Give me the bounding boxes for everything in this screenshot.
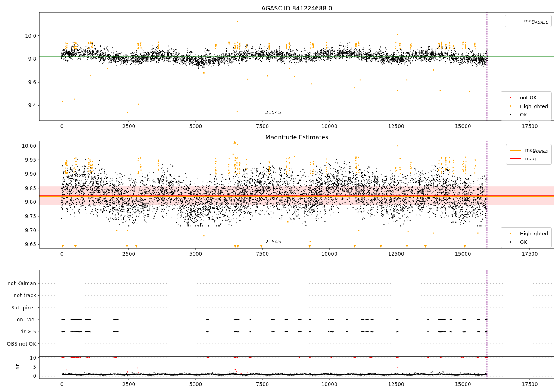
y-tick-label: 9.4 bbox=[5, 103, 36, 108]
y-tick-label: 9.90 bbox=[5, 171, 36, 177]
y-tick-label: 9.85 bbox=[5, 186, 36, 191]
category-tick-label: OBS not OK bbox=[5, 341, 36, 347]
y-tick-label: 9.70 bbox=[5, 228, 36, 233]
legend-label: Highlighted bbox=[520, 103, 548, 109]
y-tick-label: 10.0 bbox=[5, 33, 36, 39]
x-tick-label: 12500 bbox=[388, 382, 404, 387]
ok-dot-swatch bbox=[510, 114, 511, 115]
highlighted-dot-swatch bbox=[510, 105, 511, 107]
legend-point-status-plot2: Highlighted OK bbox=[501, 227, 552, 248]
legend-label: mag bbox=[525, 156, 536, 162]
mag-agasc-line-swatch bbox=[509, 21, 520, 21]
x-tick-label: 0 bbox=[60, 124, 64, 129]
x-tick-label: 10000 bbox=[321, 124, 337, 129]
x-tick-label: 17500 bbox=[522, 251, 538, 257]
dr-tick-label: 10 bbox=[5, 355, 36, 361]
legend-label-main: mag bbox=[525, 147, 536, 153]
x-tick-label: 15000 bbox=[455, 124, 471, 129]
plot2-title: Magnitude Estimates bbox=[265, 134, 329, 141]
x-tick-label: 5000 bbox=[189, 251, 202, 257]
legend-entry-ok: OK bbox=[504, 238, 548, 246]
category-tick-label: dr > 5 bbox=[5, 329, 36, 335]
x-tick-label: 12500 bbox=[388, 251, 404, 257]
y-tick-label: 10.00 bbox=[5, 143, 36, 149]
legend-label: not OK bbox=[520, 95, 536, 100]
dr-axis-label: dr bbox=[15, 364, 21, 370]
legend-entry-highlighted: Highlighted bbox=[504, 230, 548, 237]
legend-handle bbox=[508, 21, 521, 21]
x-tick-label: 10000 bbox=[321, 251, 337, 257]
legend-handle bbox=[509, 150, 522, 151]
x-tick-label: 15000 bbox=[455, 251, 471, 257]
x-tick-label: 17500 bbox=[522, 124, 538, 129]
legend-label-sub: AGASC bbox=[535, 20, 548, 24]
x-tick-label: 15000 bbox=[455, 382, 471, 387]
legend-entry-highlighted: Highlighted bbox=[504, 102, 548, 110]
legend-mag-agasc: magAGASC bbox=[505, 15, 552, 27]
figure: 0250050007500100001250015000175000250050… bbox=[0, 0, 560, 392]
mag-obsid-line-swatch bbox=[510, 150, 521, 151]
axes-spines bbox=[39, 141, 554, 248]
x-tick-label: 7500 bbox=[256, 382, 269, 387]
ok-dot-swatch bbox=[510, 241, 511, 243]
x-tick-label: 5000 bbox=[189, 382, 202, 387]
legend-label-sub: OBSID bbox=[536, 149, 548, 153]
x-tick-label: 5000 bbox=[189, 124, 202, 129]
axes-spines bbox=[39, 270, 554, 379]
x-tick-label: 10000 bbox=[321, 382, 337, 387]
legend-entry-ok: OK bbox=[504, 111, 548, 118]
dr-tick-label: 0 bbox=[5, 373, 36, 379]
legend-handle bbox=[504, 97, 517, 98]
category-tick-label: Sat. pixel. bbox=[5, 305, 36, 311]
legend-entry-mag: mag bbox=[509, 155, 548, 162]
x-tick-label: 2500 bbox=[122, 124, 135, 129]
not-ok-dot-swatch bbox=[510, 97, 511, 98]
x-tick-label: 17500 bbox=[522, 382, 538, 387]
y-tick-label: 9.95 bbox=[5, 157, 36, 163]
highlighted-dot-swatch bbox=[510, 233, 511, 234]
obsid-annotation-plot1: 21545 bbox=[265, 109, 281, 115]
legend-entry-not-ok: not OK bbox=[504, 94, 548, 101]
x-tick-label: 12500 bbox=[388, 124, 404, 129]
legend-label: magAGASC bbox=[524, 18, 548, 24]
legend-handle bbox=[504, 233, 517, 234]
x-tick-label: 2500 bbox=[122, 251, 135, 257]
legend-label-main: mag bbox=[524, 18, 535, 24]
legend-point-status-plot1: not OK Highlighted OK bbox=[501, 91, 552, 121]
legend-handle bbox=[504, 114, 517, 115]
legend-entry-mag-obsid: magOBSID bbox=[509, 146, 548, 154]
legend-handle bbox=[504, 105, 517, 107]
axes-spines bbox=[39, 12, 554, 121]
obsid-annotation-plot2: 21545 bbox=[265, 239, 281, 245]
y-tick-label: 9.80 bbox=[5, 199, 36, 205]
legend-label: magOBSID bbox=[525, 147, 548, 153]
legend-label: Highlighted bbox=[520, 231, 548, 236]
x-tick-label: 7500 bbox=[256, 251, 269, 257]
y-tick-label: 9.75 bbox=[5, 214, 36, 219]
legend-handle bbox=[504, 241, 517, 243]
category-tick-label: not track bbox=[5, 293, 36, 298]
mag-line-swatch bbox=[510, 158, 521, 159]
x-tick-label: 2500 bbox=[122, 382, 135, 387]
x-tick-label: 0 bbox=[60, 382, 64, 387]
x-tick-label: 0 bbox=[60, 251, 64, 257]
legend-label: OK bbox=[520, 239, 527, 245]
category-tick-label: not Kalman bbox=[5, 281, 36, 286]
legend-entry-mag-agasc: magAGASC bbox=[508, 17, 548, 25]
category-tick-label: Ion. rad. bbox=[5, 317, 36, 323]
plot1-title: AGASC ID 841224688.0 bbox=[261, 5, 332, 12]
legend-handle bbox=[509, 158, 522, 159]
axes-lines-layer bbox=[0, 0, 560, 392]
y-tick-label: 9.65 bbox=[5, 242, 36, 247]
legend-label: OK bbox=[520, 112, 527, 118]
y-tick-label: 9.8 bbox=[5, 56, 36, 62]
x-tick-label: 7500 bbox=[256, 124, 269, 129]
y-tick-label: 9.6 bbox=[5, 80, 36, 85]
legend-mag-lines-plot2: magOBSID mag bbox=[506, 144, 552, 165]
legend-label-main: mag bbox=[525, 156, 536, 161]
